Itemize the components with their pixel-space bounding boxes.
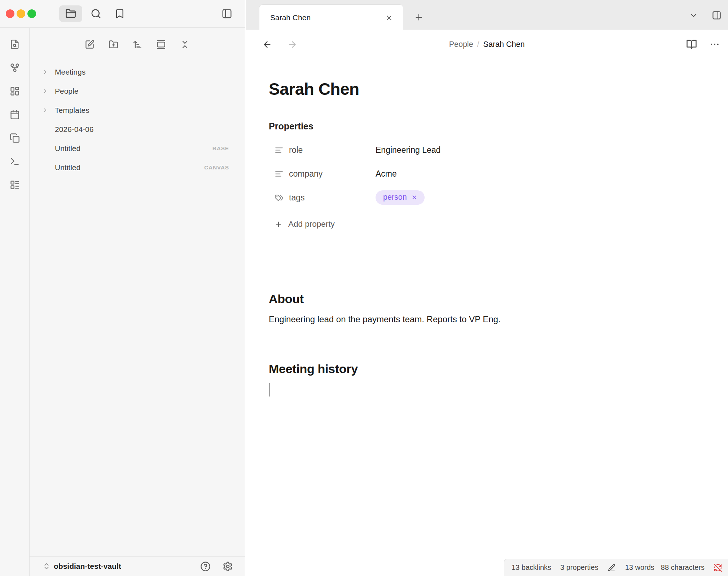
property-key[interactable]: company: [269, 169, 376, 179]
collapse-left-sidebar-button[interactable]: [219, 6, 235, 22]
status-bar: 13 backlinks 3 properties 13 words 88 ch…: [504, 559, 728, 576]
property-name: company: [289, 169, 323, 179]
bookmarks-tab-button[interactable]: [112, 6, 128, 22]
folder-row-meetings[interactable]: Meetings: [30, 62, 245, 81]
more-options-button[interactable]: [707, 37, 722, 52]
tab-bar: Sarah Chen: [246, 0, 728, 30]
sort-order-button[interactable]: [130, 37, 145, 52]
graph-view-button[interactable]: [7, 60, 23, 76]
expand-right-sidebar-button[interactable]: [710, 9, 723, 22]
chevrons-up-down-icon: [43, 562, 51, 570]
close-tab-button[interactable]: [383, 12, 394, 23]
property-key[interactable]: role: [269, 145, 376, 155]
character-count: 88 characters: [661, 563, 705, 572]
properties-count[interactable]: 3 properties: [560, 563, 598, 572]
tab-sarah-chen[interactable]: Sarah Chen: [259, 4, 403, 31]
copy-icon: [10, 133, 20, 143]
bases-button[interactable]: [7, 83, 23, 99]
note-title[interactable]: Sarah Chen: [269, 79, 699, 99]
text-cursor: [269, 383, 269, 396]
search-tab-button[interactable]: [88, 6, 104, 22]
vault-switcher[interactable]: obsidian-test-vault: [43, 562, 121, 571]
chevron-right-icon[interactable]: [42, 69, 48, 75]
templates-button[interactable]: [7, 130, 23, 146]
plus-icon: [414, 13, 424, 22]
collapse-all-button[interactable]: [178, 37, 192, 52]
property-row-role[interactable]: role Engineering Lead: [269, 138, 699, 162]
settings-button[interactable]: [221, 560, 234, 573]
zoom-window-button[interactable]: [27, 9, 36, 18]
file-type-badge: CANVAS: [204, 164, 229, 171]
section-heading-about[interactable]: About: [269, 292, 699, 306]
folder-icon: [65, 8, 76, 19]
breadcrumb-current[interactable]: Sarah Chen: [483, 40, 525, 49]
section-heading-meeting-history[interactable]: Meeting history: [269, 362, 699, 376]
property-row-company[interactable]: company Acme: [269, 162, 699, 186]
property-name: tags: [289, 193, 304, 203]
terminal-button[interactable]: [7, 154, 23, 169]
main-pane: Sarah Chen: [246, 0, 728, 576]
note-editor[interactable]: Sarah Chen Properties role Engineering L…: [246, 79, 728, 396]
property-value[interactable]: Engineering Lead: [376, 145, 440, 155]
panel-left-icon: [222, 8, 232, 19]
breadcrumb-separator: /: [477, 40, 479, 49]
tab-list-button[interactable]: [687, 9, 700, 22]
gallery-view-button[interactable]: [154, 37, 168, 52]
chevron-right-icon[interactable]: [42, 88, 48, 94]
minimize-window-button[interactable]: [17, 9, 25, 18]
gear-icon: [223, 561, 233, 572]
vault-bar: obsidian-test-vault: [30, 556, 245, 576]
property-key[interactable]: tags: [269, 193, 376, 203]
property-value: person: [376, 190, 425, 205]
chevron-right-icon[interactable]: [42, 107, 48, 114]
navigate-forward-button[interactable]: [285, 37, 299, 51]
file-type-badge: BASE: [212, 145, 229, 152]
daily-note-button[interactable]: [7, 107, 23, 123]
file-row-untitled-canvas[interactable]: Untitled CANVAS: [30, 158, 245, 177]
file-row-untitled-base[interactable]: Untitled BASE: [30, 139, 245, 158]
tag-label: person: [383, 193, 407, 202]
navigate-back-button[interactable]: [260, 37, 274, 51]
vault-name: obsidian-test-vault: [54, 562, 121, 571]
breadcrumb-parent[interactable]: People: [449, 40, 473, 49]
layout-list-button[interactable]: [7, 177, 23, 193]
backlinks-count[interactable]: 13 backlinks: [512, 563, 551, 572]
new-tab-button[interactable]: [411, 9, 427, 25]
sync-error-icon[interactable]: [714, 563, 722, 572]
align-left-icon: [275, 169, 284, 178]
folder-name: Meetings: [55, 68, 85, 76]
folder-row-people[interactable]: People: [30, 81, 245, 101]
arrow-up-narrow-wide-icon: [132, 40, 142, 49]
word-count: 13 words: [625, 563, 654, 572]
folder-row-templates[interactable]: Templates: [30, 101, 245, 120]
file-row-daily-note[interactable]: 2026-04-06: [30, 120, 245, 139]
bookmark-icon: [114, 8, 125, 19]
help-button[interactable]: [199, 560, 212, 573]
edit-mode-pencil-icon[interactable]: [608, 563, 616, 572]
about-body-text[interactable]: Engineering lead on the payments team. R…: [269, 313, 699, 326]
terminal-icon: [10, 156, 20, 167]
close-window-button[interactable]: [6, 9, 14, 18]
new-note-button[interactable]: [83, 37, 97, 52]
add-property-button[interactable]: Add property: [269, 215, 699, 233]
folder-name: Templates: [55, 106, 89, 115]
book-open-icon: [686, 39, 697, 50]
file-name: Untitled: [55, 163, 80, 172]
obsidian-window: Meetings People Templates 2026-04-06 U: [0, 0, 728, 576]
reading-view-button[interactable]: [684, 37, 699, 52]
remove-tag-icon[interactable]: [411, 194, 417, 200]
files-tab-button[interactable]: [59, 5, 82, 22]
circle-help-icon: [200, 561, 211, 572]
file-name: Untitled: [55, 144, 80, 153]
file-search-button[interactable]: [7, 36, 23, 52]
file-name: 2026-04-06: [55, 125, 93, 134]
new-folder-button[interactable]: [106, 37, 121, 52]
tag-pill-person[interactable]: person: [376, 190, 425, 205]
property-row-tags[interactable]: tags person: [269, 186, 699, 209]
property-value[interactable]: Acme: [376, 169, 397, 179]
left-sidebar: Meetings People Templates 2026-04-06 U: [0, 0, 245, 576]
add-property-label: Add property: [288, 220, 335, 229]
breadcrumb: People / Sarah Chen: [449, 40, 525, 49]
file-search-icon: [10, 39, 20, 49]
arrow-left-icon: [262, 40, 272, 49]
